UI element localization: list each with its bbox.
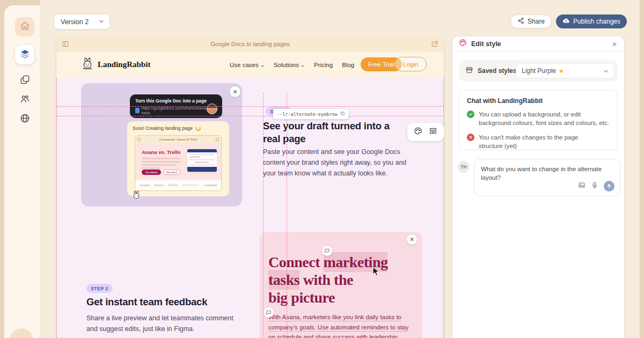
bubble-link-row: https://googledocs.com/share/asana-vs-tr… xyxy=(135,106,217,115)
user-avatar: TH xyxy=(458,161,470,173)
user-photo-avatar xyxy=(207,104,217,114)
mini-logos-row: Company SomeCo OOOO COMPANY Corporation xyxy=(135,180,221,191)
chevron-down-icon xyxy=(260,63,265,67)
copy-icon[interactable] xyxy=(340,111,345,117)
login-button[interactable]: Login xyxy=(394,57,427,71)
hero-demo-card[interactable]: Turn this Google Doc into a page https:/… xyxy=(81,83,242,207)
cloud-upload-icon xyxy=(562,17,570,26)
highlighted-word[interactable]: tasks xyxy=(268,271,299,288)
brand-name: LandingRabbit xyxy=(98,60,150,69)
page-canvas: Google Docs to landing pages LandingRabb… xyxy=(56,36,444,338)
capability-row-can: You can upload a background, or edit bac… xyxy=(467,110,610,128)
styles-box-icon xyxy=(465,66,473,76)
mini-browser-preview: Comparison: Asana Vs Trello Asana vs. Tr… xyxy=(135,135,222,191)
site-body: Turn this Google Doc into a page https:/… xyxy=(56,78,444,338)
close-hero-card-button[interactable]: ✕ xyxy=(230,86,240,97)
comment-bubble-icon[interactable] xyxy=(322,246,332,256)
pages-icon xyxy=(20,75,30,87)
publish-label: Publish changes xyxy=(573,18,620,25)
sidebar xyxy=(4,5,40,338)
skeleton-line xyxy=(142,167,160,169)
capability-can-text: You can upload a background, or edit bac… xyxy=(479,110,610,128)
open-external-icon[interactable] xyxy=(431,40,438,48)
layers-icon xyxy=(20,49,30,61)
share-label: Share xyxy=(528,18,545,25)
mini-view-demo-button: View demo xyxy=(163,170,180,175)
version-dropdown[interactable]: Version 2 xyxy=(54,14,110,30)
nav-use-cases[interactable]: Use cases xyxy=(230,62,265,68)
style-value: Light Purple xyxy=(522,67,556,75)
mini-window-icon xyxy=(216,138,219,141)
home-icon xyxy=(20,21,30,33)
css-variable-tooltip[interactable]: --lr-alternate-eyebrow xyxy=(273,109,349,119)
pink-heading-line2: tasks with the xyxy=(268,273,353,288)
capability-cant-text: You can't make changes to the page struc… xyxy=(479,133,589,151)
palette-icon xyxy=(459,39,467,49)
site-brand[interactable]: LandingRabbit xyxy=(81,57,150,72)
share-button[interactable]: Share xyxy=(510,14,552,28)
skeleton-line xyxy=(142,161,180,163)
mini-browser-title: Comparison: Asana Vs Trello xyxy=(159,138,197,141)
site-nav-links: Use cases Solutions Pricing Blog About xyxy=(230,62,379,68)
guide-line-vertical xyxy=(287,93,287,338)
rabbit-logo-icon xyxy=(131,190,141,200)
globe-icon xyxy=(20,113,30,126)
chat-input[interactable]: What do you want to change in the altern… xyxy=(474,159,620,196)
bubble-link: https://googledocs.com/share/asana-vs-tr… xyxy=(142,106,217,115)
sidebar-globe-button[interactable] xyxy=(15,109,34,129)
guide-line-horizontal xyxy=(57,106,444,107)
mini-get-started-button: Get started xyxy=(142,170,161,175)
close-panel-button[interactable]: ✕ xyxy=(610,40,619,48)
chat-heading: Chat with LandingRabbit xyxy=(467,97,610,105)
nav-pricing[interactable]: Pricing xyxy=(314,62,333,68)
nav-solutions[interactable]: Solutions xyxy=(274,62,305,68)
rabbit-logo-icon xyxy=(81,57,94,72)
saved-styles-row: Saved styles Light Purple ★ xyxy=(459,60,618,82)
sidebar-account-avatar[interactable] xyxy=(10,328,33,338)
spinner-icon xyxy=(196,126,201,131)
panel-title: Edit style xyxy=(471,40,501,48)
step2-badge: STEP 2 xyxy=(86,284,113,293)
edit-style-panel: Edit style ✕ Saved styles Light Purple ★… xyxy=(452,36,624,338)
bubble-title: Turn this Google Doc into a page xyxy=(135,98,217,104)
close-pink-card-button[interactable]: ✕ xyxy=(407,234,417,245)
send-message-button[interactable] xyxy=(604,181,614,192)
canvas-header: Google Docs to landing pages xyxy=(56,36,444,52)
pink-section-card[interactable]: Connect marketing tasks with the big pic… xyxy=(260,232,422,338)
attach-image-icon[interactable] xyxy=(578,181,586,191)
microphone-icon[interactable] xyxy=(591,181,598,191)
app-root: Version 2 Share Publish changes Google D… xyxy=(0,0,644,338)
columns-panel-icon[interactable] xyxy=(62,40,69,48)
guide-line-vertical xyxy=(263,93,264,338)
step2-heading: Get instant team feedback xyxy=(86,296,258,308)
users-icon xyxy=(20,94,30,106)
guide-line-horizontal xyxy=(57,116,444,116)
publish-changes-button[interactable]: Publish changes xyxy=(556,14,627,28)
google-doc-icon xyxy=(135,108,140,113)
star-icon: ★ xyxy=(559,68,564,75)
canvas-floating-toolbar xyxy=(407,123,444,141)
chevron-down-icon xyxy=(301,63,305,67)
comment-bubble-icon[interactable] xyxy=(264,307,274,318)
cross-circle-icon xyxy=(467,134,474,141)
layout-tool-icon[interactable] xyxy=(429,127,437,137)
mini-app-screenshot xyxy=(187,149,217,172)
skeleton-line xyxy=(142,164,176,166)
sidebar-pages-button[interactable] xyxy=(15,71,34,90)
generation-card: Sure! Creating landing page Comparison: … xyxy=(127,121,229,196)
edit-style-header: Edit style ✕ xyxy=(452,36,624,52)
check-circle-icon xyxy=(467,111,474,118)
chevron-down-icon xyxy=(99,18,104,26)
pink-heading-line3: big picture xyxy=(268,290,335,305)
version-label: Version 2 xyxy=(61,18,89,26)
share-icon xyxy=(517,17,524,26)
nav-blog[interactable]: Blog xyxy=(342,62,354,68)
sidebar-home-button[interactable] xyxy=(15,17,34,36)
pink-body: With Asana, marketers like you link dail… xyxy=(268,312,412,338)
mini-heading: Asana vs. Trello xyxy=(142,149,180,155)
sidebar-users-button[interactable] xyxy=(15,90,34,109)
style-select-dropdown[interactable]: Light Purple ★ xyxy=(516,63,614,78)
sidebar-layers-button[interactable] xyxy=(15,45,34,64)
step2-body: Share a live preview and let teammates c… xyxy=(86,313,245,335)
palette-tool-icon[interactable] xyxy=(414,127,422,137)
